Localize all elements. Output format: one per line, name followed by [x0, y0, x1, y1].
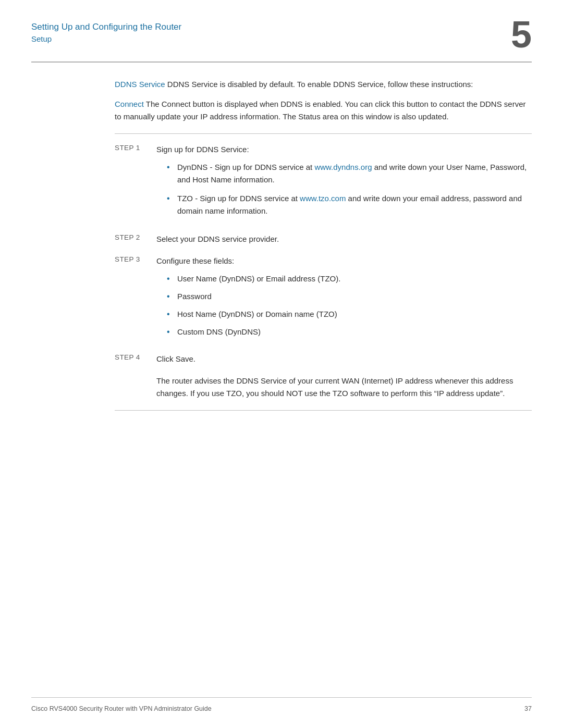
ddns-service-text: DDNS Service is disabled by default. To …: [165, 80, 473, 89]
step1-content: Sign up for DDNS Service: DynDNS - Sign …: [156, 143, 532, 224]
step3-bullet4: Custom DNS (DynDNS): [177, 327, 261, 336]
dyndns-link[interactable]: www.dyndns.org: [314, 163, 372, 171]
bullet1-prefix: DynDNS - Sign up for DDNS service at: [177, 163, 314, 171]
list-item: User Name (DynDNS) or Email address (TZO…: [167, 273, 532, 285]
step1-text: Sign up for DDNS Service:: [156, 145, 249, 154]
bullet2-prefix: TZO - Sign up for DDNS service at: [177, 194, 300, 203]
step3-text: Configure these fields:: [156, 256, 234, 265]
step2-row: STEP 2 Select your DDNS service provider…: [115, 233, 532, 245]
header-divider: [31, 61, 532, 63]
list-item: Host Name (DynDNS) or Domain name (TZO): [167, 308, 532, 320]
step1-label: STEP 1: [115, 143, 156, 152]
footer-left: Cisco RVS4000 Security Router with VPN A…: [31, 705, 212, 712]
step1-bullet-list: DynDNS - Sign up for DDNS service at www…: [167, 161, 532, 217]
header-top: Setting Up and Configuring the Router Se…: [31, 21, 532, 57]
list-item: Custom DNS (DynDNS): [167, 326, 532, 338]
step3-bullet1: User Name (DynDNS) or Email address (TZO…: [177, 274, 340, 283]
step4-paragraph: The router advises the DDNS Service of y…: [156, 375, 532, 400]
step2-content: Select your DDNS service provider.: [156, 233, 532, 245]
footer-page: 37: [524, 705, 532, 712]
header: Setting Up and Configuring the Router Se…: [0, 0, 563, 63]
bottom-divider: [115, 410, 532, 411]
list-item: Password: [167, 290, 532, 303]
list-item: TZO - Sign up for DDNS service at www.tz…: [167, 192, 532, 217]
intro-section: DDNS Service DDNS Service is disabled by…: [115, 78, 532, 123]
footer-divider: [31, 697, 532, 698]
step3-bullet-list: User Name (DynDNS) or Email address (TZO…: [167, 273, 532, 338]
step4-text: Click Save.: [156, 354, 195, 363]
ddns-service-paragraph: DDNS Service DDNS Service is disabled by…: [115, 78, 532, 91]
step4-content: Click Save.: [156, 353, 532, 365]
ddns-service-label: DDNS Service: [115, 80, 165, 89]
main-content: DDNS Service DDNS Service is disabled by…: [0, 63, 563, 411]
step2-label: STEP 2: [115, 233, 156, 241]
step3-label: STEP 3: [115, 255, 156, 263]
step4-label: STEP 4: [115, 353, 156, 361]
chapter-subtitle: Setup: [31, 34, 181, 43]
step3-row: STEP 3 Configure these fields: User Name…: [115, 255, 532, 343]
page-container: Setting Up and Configuring the Router Se…: [0, 0, 563, 728]
footer: Cisco RVS4000 Security Router with VPN A…: [31, 705, 532, 712]
chapter-title: Setting Up and Configuring the Router: [31, 21, 181, 33]
connect-paragraph: Connect The Connect button is displayed …: [115, 98, 532, 123]
step4-row: STEP 4 Click Save.: [115, 353, 532, 365]
step3-bullet3: Host Name (DynDNS) or Domain name (TZO): [177, 310, 337, 318]
chapter-number: 5: [511, 16, 532, 53]
connect-label: Connect: [115, 100, 144, 108]
step1-row: STEP 1 Sign up for DDNS Service: DynDNS …: [115, 143, 532, 224]
list-item: DynDNS - Sign up for DDNS service at www…: [167, 161, 532, 186]
connect-text: The Connect button is displayed when DDN…: [115, 100, 526, 121]
step2-text: Select your DDNS service provider.: [156, 235, 279, 243]
tzo-link[interactable]: www.tzo.com: [300, 194, 346, 203]
step3-bullet2: Password: [177, 292, 212, 301]
header-titles: Setting Up and Configuring the Router Se…: [31, 21, 181, 43]
step3-content: Configure these fields: User Name (DynDN…: [156, 255, 532, 343]
steps-section: STEP 1 Sign up for DDNS Service: DynDNS …: [115, 133, 532, 411]
